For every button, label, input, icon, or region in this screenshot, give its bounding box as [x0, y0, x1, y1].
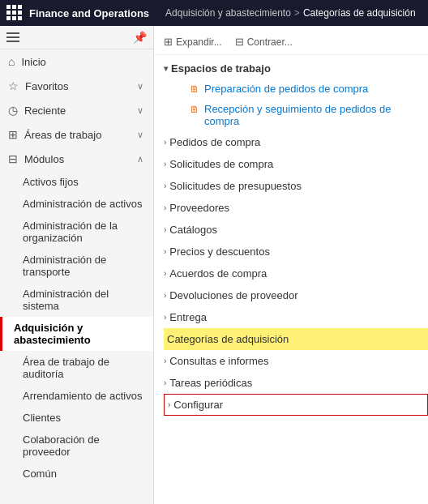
tree-item-pedidos-compra[interactable]: › Pedidos de compra	[164, 131, 428, 153]
sidebar-sub-label: Activos fijos	[23, 176, 79, 188]
sidebar-item-admin-org[interactable]: Administración de la organización	[0, 215, 153, 249]
tree-item-label: Proveedores	[169, 202, 229, 214]
tree-navigation: ▾ Espacios de trabajo 🗎 Preparación de p…	[154, 58, 428, 416]
tree-item-catalogos[interactable]: › Catálogos	[164, 219, 428, 241]
chevron-right-icon: ›	[164, 378, 166, 387]
tree-item-solicitudes-compra[interactable]: › Solicitudes de compra	[164, 153, 428, 175]
sidebar: 📌 ⌂ Inicio ☆ Favoritos ∨ ◷ Reciente ∨ ⊞ …	[0, 26, 154, 504]
hamburger-icon[interactable]	[6, 32, 19, 42]
tree-item-configurar[interactable]: › Configurar	[164, 394, 428, 416]
tree-leaf-label: Recepción y seguimiento de pedidos de co…	[204, 103, 428, 127]
tree-item-proveedores[interactable]: › Proveedores	[164, 197, 428, 219]
tree-item-solicitudes-presupuestos[interactable]: › Solicitudes de presupuestos	[164, 175, 428, 197]
chevron-right-icon: ›	[164, 357, 166, 365]
sidebar-sub-label: Colaboración de proveedor	[23, 434, 100, 458]
document-icon: 🗎	[190, 83, 199, 95]
tree-group-espacios[interactable]: ▾ Espacios de trabajo	[164, 58, 428, 79]
sidebar-sub-label: Adquisición y abastecimiento	[14, 322, 143, 346]
pin-icon[interactable]: 📌	[133, 31, 147, 44]
chevron-right-icon: ›	[164, 313, 166, 322]
breadcrumb-current: Categorías de adquisición	[303, 7, 416, 19]
sidebar-sub-label: Administración de la organización	[23, 220, 118, 244]
chevron-right-icon: ›	[164, 160, 166, 169]
tree-item-label: Consultas e informes	[169, 355, 268, 367]
sidebar-item-admin-activos[interactable]: Administración de activos	[0, 193, 153, 215]
chevron-right-icon: ›	[164, 182, 166, 190]
breadcrumb: Adquisición y abastecimiento > Categoría…	[165, 7, 416, 19]
sidebar-sub-label: Administración de transporte	[23, 254, 106, 278]
sidebar-sub-label: Arrendamiento de activos	[23, 390, 142, 402]
sidebar-sub-label: Clientes	[23, 412, 61, 424]
tree-item-acuerdos-compra[interactable]: › Acuerdos de compra	[164, 263, 428, 284]
sidebar-item-admin-transporte[interactable]: Administración de transporte	[0, 249, 153, 283]
breadcrumb-separator: >	[294, 7, 300, 19]
tree-item-label: Devoluciones de proveedor	[169, 289, 297, 301]
sidebar-item-label: Favoritos	[25, 80, 68, 92]
expand-button[interactable]: ⊞ Expandir...	[164, 36, 222, 48]
sidebar-item-favoritos[interactable]: ☆ Favoritos ∨	[0, 74, 153, 98]
sidebar-item-arrendamiento[interactable]: Arrendamiento de activos	[0, 385, 153, 407]
chevron-right-icon: ›	[164, 247, 166, 256]
sidebar-item-areas-trabajo[interactable]: ⊞ Áreas de trabajo ∨	[0, 122, 153, 147]
expand-label: Expandir...	[176, 36, 222, 48]
tree-item-tareas-periodicas[interactable]: › Tareas periódicas	[164, 372, 428, 394]
sidebar-item-reciente[interactable]: ◷ Reciente ∨	[0, 98, 153, 122]
sidebar-item-clientes[interactable]: Clientes	[0, 407, 153, 429]
tree-leaf-label: Preparación de pedidos de compra	[204, 83, 368, 95]
tree-item-consultas[interactable]: › Consultas e informes	[164, 350, 428, 372]
sidebar-item-label: Inicio	[21, 56, 45, 68]
sidebar-item-label: Áreas de trabajo	[24, 129, 101, 141]
main-layout: 📌 ⌂ Inicio ☆ Favoritos ∨ ◷ Reciente ∨ ⊞ …	[0, 26, 428, 504]
tree-item-label: Solicitudes de presupuestos	[169, 180, 302, 192]
sidebar-sub-label: Área de trabajo de auditoría	[23, 356, 109, 380]
tree-group-label: Espacios de trabajo	[171, 62, 271, 75]
sidebar-sub-label: Común	[23, 468, 57, 480]
sidebar-item-modulos[interactable]: ⊟ Módulos ∧	[0, 147, 153, 171]
right-panel: ⊞ Expandir... ⊟ Contraer... ▾ Espacios d…	[154, 26, 428, 504]
sidebar-sub-label: Administración de activos	[23, 198, 142, 210]
grid-icon: ⊞	[8, 128, 18, 141]
sidebar-item-label: Reciente	[24, 105, 66, 117]
tree-item-label: Categorías de adquisición	[167, 333, 289, 345]
breadcrumb-part1: Adquisición y abastecimiento	[165, 7, 291, 19]
app-title: Finance and Operations	[29, 7, 149, 19]
tree-item-label: Solicitudes de compra	[169, 158, 273, 170]
sidebar-item-area-auditoria[interactable]: Área de trabajo de auditoría	[0, 351, 153, 385]
sidebar-item-activos-fijos[interactable]: Activos fijos	[0, 171, 153, 193]
document-icon: 🗎	[190, 104, 199, 115]
collapse-button[interactable]: ⊟ Contraer...	[235, 36, 293, 48]
tree-item-label: Tareas periódicas	[169, 377, 252, 389]
home-icon: ⌂	[8, 55, 15, 68]
chevron-right-icon: ›	[168, 400, 170, 409]
tree-item-label: Configurar	[173, 399, 223, 411]
sidebar-item-admin-sistema[interactable]: Administración del sistema	[0, 283, 153, 317]
chevron-down-icon: ∨	[137, 130, 143, 140]
tree-item-precios-descuentos[interactable]: › Precios y descuentos	[164, 241, 428, 263]
tree-item-categorias[interactable]: Categorías de adquisición	[164, 328, 428, 350]
chevron-down-icon: ▾	[164, 64, 168, 73]
tree-leaf-preparacion[interactable]: 🗎 Preparación de pedidos de compra	[177, 79, 428, 99]
sidebar-item-label: Módulos	[24, 153, 64, 165]
sidebar-sub-label: Administración del sistema	[23, 288, 109, 312]
chevron-right-icon: ›	[164, 269, 166, 278]
apps-icon[interactable]	[6, 5, 23, 21]
chevron-right-icon: ›	[164, 225, 166, 234]
chevron-right-icon: ›	[164, 203, 166, 212]
sidebar-item-adquisicion[interactable]: Adquisición y abastecimiento	[0, 317, 153, 351]
modules-icon: ⊟	[8, 152, 18, 165]
sidebar-item-comun[interactable]: Común	[0, 463, 153, 485]
chevron-right-icon: ›	[164, 291, 166, 300]
tree-item-label: Acuerdos de compra	[169, 267, 267, 280]
chevron-down-icon: ∨	[137, 105, 143, 116]
tree-item-label: Catálogos	[169, 224, 217, 236]
tree-item-entrega[interactable]: › Entrega	[164, 306, 428, 328]
panel-toolbar: ⊞ Expandir... ⊟ Contraer...	[154, 32, 428, 55]
tree-item-label: Pedidos de compra	[169, 136, 260, 148]
tree-leaf-recepcion[interactable]: 🗎 Recepción y seguimiento de pedidos de …	[177, 99, 428, 131]
tree-item-devoluciones[interactable]: › Devoluciones de proveedor	[164, 284, 428, 306]
sidebar-item-inicio[interactable]: ⌂ Inicio	[0, 49, 153, 74]
collapse-icon: ⊟	[235, 36, 244, 48]
collapse-label: Contraer...	[247, 36, 293, 48]
sidebar-item-colaboracion[interactable]: Colaboración de proveedor	[0, 429, 153, 463]
chevron-right-icon: ›	[164, 138, 166, 147]
